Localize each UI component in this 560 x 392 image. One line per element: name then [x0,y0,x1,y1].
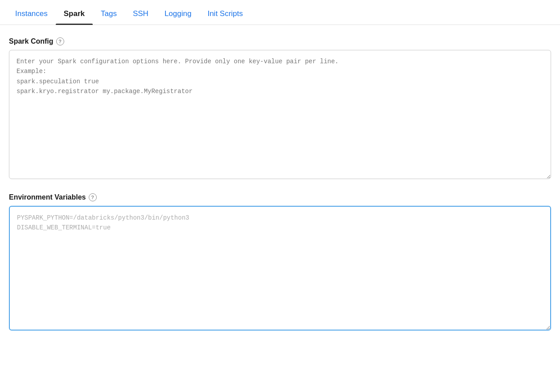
tab-init-scripts[interactable]: Init Scripts [199,9,251,24]
tab-instances[interactable]: Instances [7,9,56,24]
env-vars-header: Environment Variables ? [9,193,551,201]
main-content: Spark Config ? ⌟ Environment Variables ?… [0,25,560,357]
spark-config-help-icon[interactable]: ? [56,37,64,45]
tab-spark[interactable]: Spark [56,9,93,24]
spark-config-textarea[interactable] [9,50,551,179]
env-vars-textarea[interactable]: PYSPARK_PYTHON=/databricks/python3/bin/p… [9,206,551,331]
env-vars-help-icon[interactable]: ? [89,193,97,201]
tab-ssh[interactable]: SSH [125,9,156,24]
env-vars-wrapper: PYSPARK_PYTHON=/databricks/python3/bin/p… [9,206,551,332]
tab-tags[interactable]: Tags [93,9,125,24]
spark-config-header: Spark Config ? [9,37,551,45]
env-vars-label: Environment Variables [9,193,86,201]
env-vars-section: Environment Variables ? PYSPARK_PYTHON=/… [9,193,551,332]
tab-bar: Instances Spark Tags SSH Logging Init Sc… [0,0,560,25]
tab-logging[interactable]: Logging [156,9,200,24]
spark-config-wrapper: ⌟ [9,50,551,181]
spark-config-section: Spark Config ? ⌟ [9,37,551,181]
spark-config-label: Spark Config [9,37,54,45]
